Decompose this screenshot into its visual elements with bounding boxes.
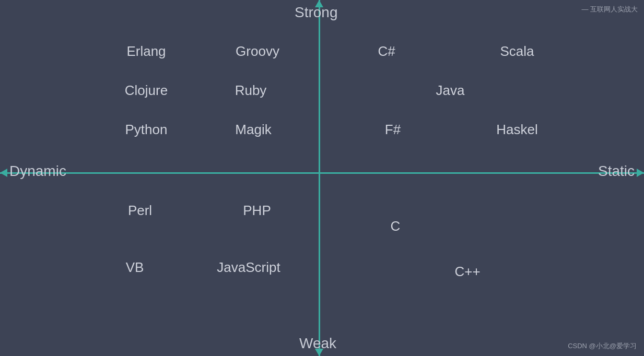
language-label: C	[391, 218, 401, 234]
language-label: JavaScript	[217, 259, 280, 276]
chart-container: Strong Weak Dynamic Static ErlangGroovyC…	[0, 0, 644, 356]
arrow-right-icon	[637, 169, 644, 177]
label-weak: Weak	[299, 335, 336, 352]
language-label: Python	[125, 122, 168, 138]
label-static: Static	[598, 163, 635, 180]
arrow-left-icon	[0, 169, 7, 177]
language-label: PHP	[243, 203, 271, 219]
watermark: — 互联网人实战大	[581, 4, 638, 15]
watermark-line1: — 互联网人实战大	[581, 4, 638, 15]
label-strong: Strong	[295, 4, 338, 21]
language-label: Haskel	[496, 122, 537, 138]
language-label: Perl	[128, 203, 152, 219]
language-label: Ruby	[235, 82, 267, 99]
language-label: VB	[126, 259, 144, 276]
language-label: Erlang	[126, 43, 166, 60]
language-label: F#	[385, 122, 401, 138]
language-label: C#	[378, 43, 395, 60]
language-label: Scala	[500, 43, 534, 60]
vertical-axis	[319, 0, 320, 356]
language-label: Groovy	[236, 43, 279, 60]
language-label: Clojure	[125, 82, 168, 99]
csdn-credit: CSDN @小北@爱学习	[568, 341, 637, 351]
language-label: Java	[436, 82, 465, 99]
horizontal-axis	[0, 172, 644, 174]
label-dynamic: Dynamic	[9, 163, 66, 180]
language-label: C++	[454, 264, 480, 280]
language-label: Magik	[235, 122, 271, 138]
